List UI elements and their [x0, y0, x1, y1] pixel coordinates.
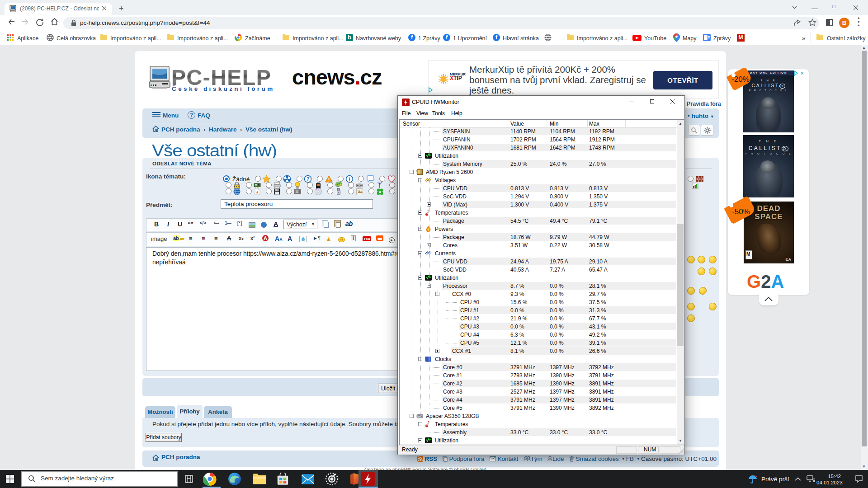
svg-text:?: ?	[307, 176, 310, 182]
svg-text:λ: λ	[256, 190, 259, 194]
